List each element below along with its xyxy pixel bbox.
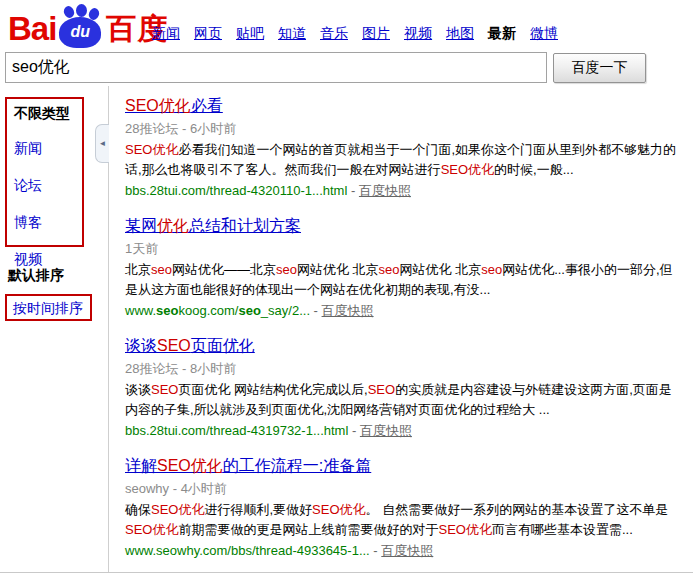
result-snippet: 确保SEO优化进行得顺利,要做好SEO优化。 自然需要做好一系列的网站的基本设置… (125, 500, 682, 540)
result-url: bbs.28tui.com/thread-4319732-1...html (125, 423, 348, 438)
result-meta: 28推论坛 - 6小时前 (125, 120, 682, 138)
logo-bai-text: Bai (8, 8, 56, 50)
sort-header-default: 默认排序 (8, 267, 64, 285)
top-nav: 新闻 网页 贴吧 知道 音乐 图片 视频 地图 最新 微博 (152, 25, 558, 43)
nav-link-tieba[interactable]: 贴吧 (236, 25, 264, 43)
result-title-link[interactable]: SEO优化必看 (125, 95, 223, 117)
search-button[interactable]: 百度一下 (553, 53, 646, 83)
result-meta: 1天前 (125, 240, 682, 258)
result-item: 详解SEO优化的工作流程一:准备篇 seowhy - 4小时前 确保SEO优化进… (125, 455, 682, 560)
logo-du-text: du (57, 23, 103, 41)
baidu-cache-link[interactable]: 百度快照 (359, 183, 411, 198)
result-url: www.seowhy.com/bbs/thread-4933645-1... (125, 543, 370, 558)
sidebar-filter-blog[interactable]: 博客 (14, 214, 82, 232)
result-item: SEO优化必看 28推论坛 - 6小时前 SEO优化必看我们知道一个网站的首页就… (125, 95, 682, 200)
nav-link-video[interactable]: 视频 (404, 25, 432, 43)
result-url: www.seokoog.com/seo_say/2... (125, 303, 310, 318)
nav-link-music[interactable]: 音乐 (320, 25, 348, 43)
nav-link-images[interactable]: 图片 (362, 25, 390, 43)
sort-by-time-box: 按时间排序 (5, 294, 92, 321)
result-snippet: SEO优化必看我们知道一个网站的首页就相当于一个门面,如果你这个门面从里到外都不… (125, 140, 682, 180)
result-item: 某网优化总结和计划方案 1天前 北京seo网站优化——北京seo网站优化 北京s… (125, 215, 682, 320)
baidu-cache-link[interactable]: 百度快照 (360, 423, 412, 438)
sidebar-filter-news[interactable]: 新闻 (14, 140, 82, 158)
nav-link-maps[interactable]: 地图 (446, 25, 474, 43)
result-url-line: bbs.28tui.com/thread-4319732-1...html - … (125, 421, 682, 440)
result-snippet: 北京seo网站优化——北京seo网站优化 北京seo网站优化 北京seo网站优化… (125, 260, 682, 300)
sidebar-sort-by-time[interactable]: 按时间排序 (13, 300, 83, 316)
nav-link-news[interactable]: 新闻 (152, 25, 180, 43)
result-item: 谈谈SEO页面优化 28推论坛 - 8小时前 谈谈SEO页面优化 网站结构优化完… (125, 335, 682, 440)
result-snippet: 谈谈SEO页面优化 网站结构优化完成以后,SEO的实质就是内容建设与外链建设这两… (125, 380, 682, 420)
baidu-cache-link[interactable]: 百度快照 (322, 303, 374, 318)
sidebar-collapse-button[interactable]: ◄ (95, 124, 109, 163)
result-url-line: bbs.28tui.com/thread-4320110-1...html - … (125, 181, 682, 200)
baidu-paw-icon: du (57, 4, 103, 50)
nav-link-latest-active[interactable]: 最新 (488, 25, 516, 43)
search-results: SEO优化必看 28推论坛 - 6小时前 SEO优化必看我们知道一个网站的首页就… (125, 95, 682, 573)
filter-header-all-types: 不限类型 (14, 105, 82, 123)
sidebar-filter-forum[interactable]: 论坛 (14, 177, 82, 195)
baidu-search-page: Bai du 百度 新闻 网页 贴吧 知道 音乐 图片 视频 地图 最新 微博 … (0, 0, 693, 573)
baidu-logo[interactable]: Bai du 百度 (8, 4, 168, 50)
search-input[interactable] (5, 52, 547, 83)
result-title-link[interactable]: 谈谈SEO页面优化 (125, 335, 255, 357)
baidu-cache-link[interactable]: 百度快照 (381, 543, 433, 558)
result-url: bbs.28tui.com/thread-4320110-1...html (125, 183, 347, 198)
result-title-link[interactable]: 某网优化总结和计划方案 (125, 215, 301, 237)
result-meta: seowhy - 4小时前 (125, 480, 682, 498)
type-filter-box: 不限类型 新闻 论坛 博客 视频 (5, 97, 84, 247)
nav-link-web[interactable]: 网页 (194, 25, 222, 43)
result-title-link[interactable]: 详解SEO优化的工作流程一:准备篇 (125, 455, 371, 477)
nav-link-weibo[interactable]: 微博 (530, 25, 558, 43)
result-meta: 28推论坛 - 8小时前 (125, 360, 682, 378)
collapse-left-icon: ◄ (99, 140, 107, 148)
result-url-line: www.seokoog.com/seo_say/2... - 百度快照 (125, 301, 682, 320)
result-url-line: www.seowhy.com/bbs/thread-4933645-1... -… (125, 541, 682, 560)
nav-link-zhidao[interactable]: 知道 (278, 25, 306, 43)
